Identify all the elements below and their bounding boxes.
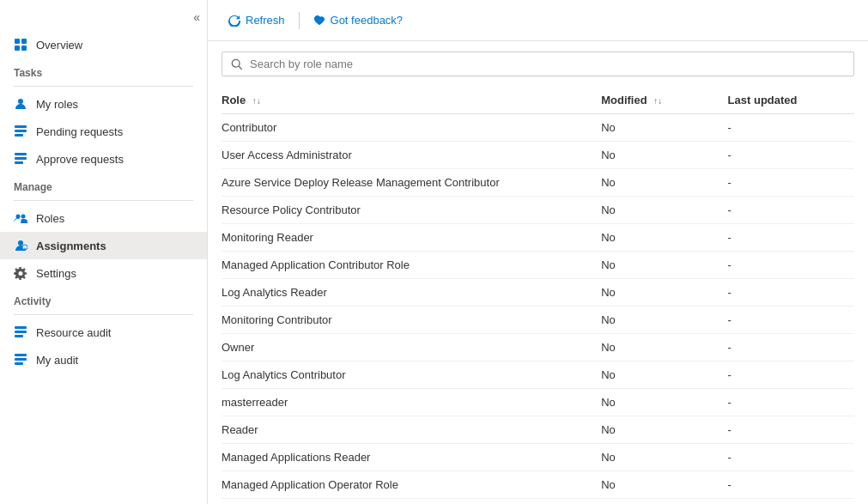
sidebar-item-roles-label: Roles xyxy=(36,212,64,225)
collapse-icon[interactable]: « xyxy=(193,10,200,24)
sidebar-item-settings[interactable]: Settings xyxy=(0,259,207,287)
svg-rect-18 xyxy=(15,335,23,337)
svg-point-12 xyxy=(21,215,26,219)
table-row[interactable]: Azure Service Deploy Release Management … xyxy=(222,169,854,197)
cell-role: Reader xyxy=(222,416,601,444)
cell-last-updated: - xyxy=(728,279,854,307)
svg-rect-10 xyxy=(15,161,23,164)
sidebar-item-approve-requests[interactable]: Approve requests xyxy=(0,145,207,173)
sidebar-item-my-audit[interactable]: My audit xyxy=(0,346,207,373)
svg-rect-17 xyxy=(15,331,27,333)
sidebar-item-resource-audit-label: Resource audit xyxy=(36,326,111,339)
sidebar-item-pending-requests-label: Pending requests xyxy=(36,125,123,138)
cell-role: Monitoring Contributor xyxy=(222,307,601,334)
cell-role: Log Analytics Contributor xyxy=(222,361,601,389)
activity-divider xyxy=(14,314,193,315)
svg-rect-8 xyxy=(15,153,27,155)
table-row[interactable]: Monitoring ReaderNo- xyxy=(222,224,854,252)
table-row[interactable]: masterreaderNo- xyxy=(222,389,854,416)
cell-last-updated: - xyxy=(728,389,854,416)
svg-rect-20 xyxy=(15,358,27,361)
sidebar-item-overview-label: Overview xyxy=(36,39,82,52)
column-header-role[interactable]: Role ↑↓ xyxy=(222,87,601,114)
table-row[interactable]: Monitoring ContributorNo- xyxy=(222,307,854,334)
cell-last-updated: - xyxy=(728,307,854,334)
table-row[interactable]: ContributorNo- xyxy=(222,114,854,142)
table-row[interactable]: Resource Policy ContributorNo- xyxy=(222,197,854,224)
cell-last-updated: - xyxy=(728,416,854,444)
sidebar-item-my-roles-label: My roles xyxy=(36,98,78,111)
cell-last-updated: - xyxy=(728,142,854,169)
table-row[interactable]: Managed Applications ReaderNo- xyxy=(222,444,854,471)
toolbar-divider xyxy=(299,12,300,29)
toolbar: Refresh Got feedback? xyxy=(208,0,868,41)
cell-modified: No xyxy=(601,334,727,361)
activity-section-label: Activity xyxy=(0,287,207,311)
sidebar-item-settings-label: Settings xyxy=(36,267,76,280)
column-header-last-updated: Last updated xyxy=(728,87,854,114)
cell-modified: No xyxy=(601,142,727,169)
svg-rect-2 xyxy=(15,46,20,51)
table-row[interactable]: Log Analytics ContributorNo- xyxy=(222,361,854,389)
column-header-modified[interactable]: Modified ↑↓ xyxy=(601,87,727,114)
overview-icon xyxy=(14,38,27,52)
refresh-button[interactable]: Refresh xyxy=(222,10,292,30)
tasks-divider xyxy=(14,86,193,87)
sidebar-item-assignments[interactable]: + Assignments xyxy=(0,232,207,259)
cell-last-updated: - xyxy=(728,169,854,197)
feedback-label: Got feedback? xyxy=(331,14,404,27)
roles-table: Role ↑↓ Modified ↑↓ Last updated Contrib… xyxy=(222,87,854,499)
svg-text:+: + xyxy=(24,246,27,251)
cell-last-updated: - xyxy=(728,471,854,499)
pending-requests-icon xyxy=(14,124,27,138)
svg-line-23 xyxy=(239,66,242,70)
svg-rect-16 xyxy=(15,326,27,329)
svg-rect-3 xyxy=(21,46,27,51)
table-row[interactable]: User Access AdministratorNo- xyxy=(222,142,854,169)
manage-section-label: Manage xyxy=(0,173,207,197)
roles-icon xyxy=(14,211,27,225)
sidebar-item-my-audit-label: My audit xyxy=(36,354,78,367)
sidebar-collapse-button[interactable]: « xyxy=(0,7,207,31)
table-row[interactable]: Managed Application Operator RoleNo- xyxy=(222,471,854,499)
cell-last-updated: - xyxy=(728,197,854,224)
sidebar-item-roles[interactable]: Roles xyxy=(0,204,207,232)
svg-rect-9 xyxy=(15,157,27,160)
cell-role: Log Analytics Reader xyxy=(222,279,601,307)
svg-point-11 xyxy=(16,215,21,219)
table-row[interactable]: ReaderNo- xyxy=(222,416,854,444)
table-row[interactable]: Log Analytics ReaderNo- xyxy=(222,279,854,307)
sort-icon-modified: ↑↓ xyxy=(653,96,662,106)
table-row[interactable]: Managed Application Contributor RoleNo- xyxy=(222,252,854,279)
approve-requests-icon xyxy=(14,152,27,166)
sidebar-item-assignments-label: Assignments xyxy=(36,240,106,252)
cell-role: Contributor xyxy=(222,114,601,142)
table-row[interactable]: OwnerNo- xyxy=(222,334,854,361)
cell-modified: No xyxy=(601,416,727,444)
heart-icon xyxy=(313,15,325,27)
my-roles-icon xyxy=(14,97,27,111)
cell-last-updated: - xyxy=(728,252,854,279)
cell-modified: No xyxy=(601,279,727,307)
feedback-button[interactable]: Got feedback? xyxy=(307,10,410,30)
cell-role: Managed Application Operator Role xyxy=(222,471,601,499)
content-area: Role ↑↓ Modified ↑↓ Last updated Contrib… xyxy=(208,41,868,504)
sidebar-item-overview[interactable]: Overview xyxy=(0,31,207,58)
cell-role: Monitoring Reader xyxy=(222,224,601,252)
assignments-icon: + xyxy=(14,239,27,252)
cell-last-updated: - xyxy=(728,361,854,389)
refresh-label: Refresh xyxy=(246,14,285,27)
sidebar-item-pending-requests[interactable]: Pending requests xyxy=(0,118,207,145)
search-input[interactable] xyxy=(250,58,845,70)
cell-modified: No xyxy=(601,389,727,416)
cell-last-updated: - xyxy=(728,224,854,252)
sidebar-item-resource-audit[interactable]: Resource audit xyxy=(0,319,207,346)
sort-icon-role: ↑↓ xyxy=(252,96,261,106)
main-content: Refresh Got feedback? Role ↑↓ xyxy=(208,0,868,504)
cell-role: Resource Policy Contributor xyxy=(222,197,601,224)
sidebar-item-my-roles[interactable]: My roles xyxy=(0,90,207,118)
search-bar[interactable] xyxy=(222,52,854,76)
sidebar: « Overview Tasks My roles xyxy=(0,0,208,504)
cell-last-updated: - xyxy=(728,444,854,471)
table-header-row: Role ↑↓ Modified ↑↓ Last updated xyxy=(222,87,854,114)
